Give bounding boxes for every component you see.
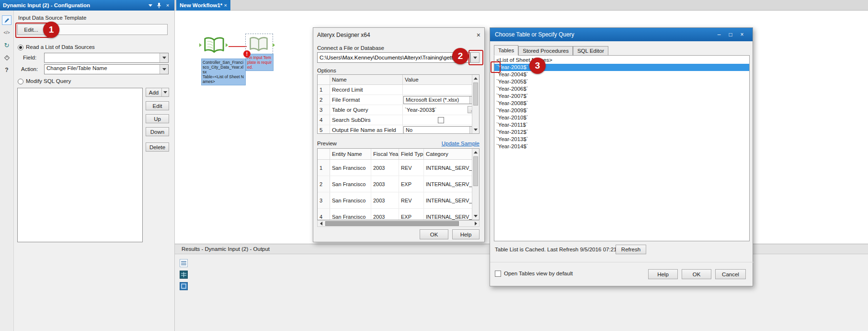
file-dialog-titlebar[interactable]: Alteryx Designer x64 × [313, 28, 484, 42]
tool1-input-anchor[interactable] [199, 43, 202, 47]
add-dropdown-icon[interactable] [161, 88, 169, 96]
choose-table-ok-button[interactable]: OK [682, 269, 711, 279]
alteryx-designer-window: Dynamic Input (2) - Configuration × </> … [0, 0, 868, 331]
tool-dynamic-input[interactable] [249, 35, 269, 54]
workflow-tabbar [175, 0, 868, 11]
error-badge-icon: ! [243, 50, 251, 58]
choose-table-cancel-button[interactable]: Cancel [715, 269, 746, 279]
refresh-button[interactable]: Refresh [616, 245, 646, 254]
preview-row-number: 4 [318, 209, 330, 220]
help-icon[interactable]: ? [2, 65, 11, 75]
table-list-item[interactable]: `Year-2012$` [494, 129, 749, 136]
scrollbar-thumb[interactable] [325, 221, 459, 226]
options-header-num [318, 75, 330, 84]
xml-view-icon[interactable]: </> [2, 28, 11, 37]
read-list-radio[interactable] [18, 45, 23, 50]
close-icon[interactable]: × [477, 31, 480, 39]
scroll-down-icon[interactable] [472, 126, 479, 133]
table-list-item[interactable]: `Year-2007$` [494, 93, 749, 100]
edit-list-button[interactable]: Edit [146, 101, 169, 110]
scroll-right-icon[interactable] [472, 222, 479, 225]
tab-sql-editor[interactable]: SQL Editor [573, 46, 608, 56]
action-combobox[interactable]: Change File/Table Name [44, 64, 169, 74]
update-sample-link[interactable]: Update Sample [428, 141, 480, 146]
template-path-field[interactable] [46, 24, 168, 35]
table-list-item[interactable]: `Year-2011$` [494, 121, 749, 129]
configuration-tab-icon[interactable] [2, 15, 11, 25]
refresh-cycle-icon[interactable]: ↻ [2, 40, 11, 50]
preview-header-row: Entity Name Fiscal Year Field Type Categ… [318, 149, 479, 160]
panel-menu-icon[interactable] [147, 1, 154, 9]
output-filename-combobox[interactable]: No [403, 126, 479, 134]
modify-sql-radio[interactable] [18, 79, 23, 84]
file-dialog-ok-button[interactable]: OK [420, 229, 448, 239]
add-button[interactable]: Add [146, 88, 169, 97]
file-format-value: Microsoft Excel (*.xlsx) [404, 96, 469, 104]
error-connector[interactable] [228, 46, 247, 47]
scroll-up-icon[interactable] [472, 149, 479, 156]
table-list-item[interactable]: `Year-2010$` [494, 114, 749, 121]
scroll-left-icon[interactable] [318, 222, 324, 225]
options-label: Options [317, 68, 336, 73]
choose-table-help-button[interactable]: Help [648, 269, 678, 279]
table-or-query-value[interactable]: `Year-2003$` ... [403, 105, 479, 115]
chevron-down-icon[interactable] [160, 53, 168, 62]
options-row: 5 Output File Name as Field No [318, 125, 479, 134]
chevron-down-icon[interactable] [160, 65, 168, 74]
results-table-icon[interactable] [180, 271, 188, 279]
table-list[interactable]: <List of Sheet Names> `Year-2003$` `Year… [494, 55, 750, 241]
preview-table: Entity Name Fiscal Year Field Type Categ… [317, 148, 480, 220]
up-button[interactable]: Up [146, 114, 169, 123]
option-row-number: 5 [318, 125, 330, 134]
close-icon[interactable]: × [164, 1, 171, 9]
tool1-output-anchor[interactable] [226, 43, 228, 47]
preview-vertical-scrollbar[interactable] [472, 149, 479, 220]
table-list-item[interactable]: `Year-2006$` [494, 85, 749, 93]
table-list-item[interactable]: `Year-2008$` [494, 100, 749, 107]
pin-icon[interactable] [155, 1, 163, 9]
close-icon[interactable]: × [736, 30, 748, 39]
tab-stored-procedures[interactable]: Stored Procedures [518, 46, 573, 56]
annotation-step-1: 1 [43, 22, 59, 38]
open-tables-checkbox[interactable] [495, 271, 501, 277]
preview-cell-fieldtype: EXP [399, 176, 424, 192]
preview-cell-fieldtype: REV [399, 192, 424, 208]
options-scrollbar[interactable] [472, 75, 479, 133]
results-list-icon[interactable] [180, 259, 188, 267]
preview-header-num [318, 149, 330, 159]
annotation-tag-icon[interactable] [2, 53, 11, 62]
field-combobox[interactable] [44, 53, 169, 63]
file-dialog-help-button[interactable]: Help [452, 229, 480, 239]
data-sources-listbox[interactable] [17, 88, 143, 242]
maximize-icon[interactable]: □ [725, 30, 736, 39]
table-list-item[interactable]: `Year-2009$` [494, 107, 749, 114]
table-list-item[interactable]: `Year-2013$` [494, 136, 749, 143]
tab-new-workflow-label: New Workflow1* [180, 2, 224, 8]
search-subdirs-checkbox[interactable] [438, 117, 444, 123]
book-icon-faded [249, 35, 269, 54]
scroll-up-icon[interactable] [472, 75, 479, 82]
scrollbar-thumb[interactable] [473, 156, 478, 186]
scroll-down-icon[interactable] [472, 213, 479, 220]
tab-close-icon[interactable]: × [224, 2, 227, 8]
option-record-limit-value[interactable] [403, 85, 479, 95]
down-button[interactable]: Down [146, 127, 169, 136]
field-combobox-value [45, 53, 160, 62]
table-list-item[interactable]: `Year-2014$` [494, 143, 749, 150]
tool2-output-anchor[interactable] [273, 43, 275, 47]
file-path-input[interactable] [317, 52, 470, 63]
table-list-item[interactable]: `Year-2005$` [494, 78, 749, 85]
minimize-icon[interactable]: – [713, 30, 725, 39]
configuration-panel-titlebar[interactable]: Dynamic Input (2) - Configuration × [0, 0, 174, 11]
preview-row-number: 3 [318, 192, 330, 208]
tab-tables[interactable]: Tables [494, 45, 518, 56]
delete-button[interactable]: Delete [146, 142, 169, 152]
file-format-combobox[interactable]: Microsoft Excel (*.xlsx) [403, 96, 479, 104]
results-report-icon[interactable] [180, 282, 188, 290]
choose-table-titlebar[interactable]: Choose Table or Specify Query – □ × [490, 28, 753, 41]
tab-new-workflow[interactable]: New Workflow1* × [176, 0, 230, 11]
preview-horizontal-scrollbar[interactable] [317, 220, 480, 227]
tool2-error-annotation: An Input Template is required. [246, 54, 274, 71]
tool-input-template[interactable] [203, 35, 225, 56]
scrollbar-thumb[interactable] [473, 83, 478, 106]
